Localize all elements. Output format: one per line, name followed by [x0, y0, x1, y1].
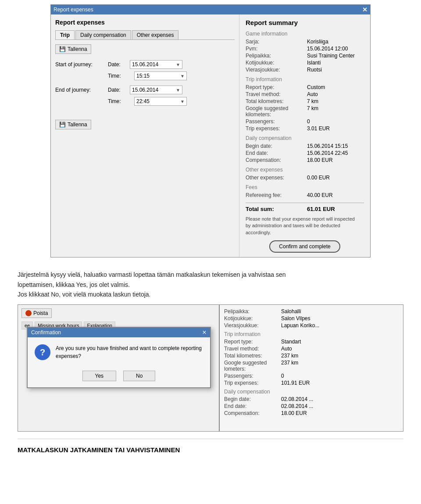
br-report-type-row: Report type: Standart	[224, 339, 399, 345]
br-end-date-val: 02.08.2014 ...	[281, 403, 313, 409]
br-report-type-label: Report type:	[224, 339, 281, 345]
refereeing-fee-row: Refereeing fee: 40.00 EUR	[246, 192, 364, 198]
start-journey-label: Start of journey:	[55, 61, 103, 68]
travel-method-label: Travel method:	[246, 91, 307, 97]
dropdown-arrow-end-date-icon: ▼	[176, 88, 180, 93]
end-date-summary-label: End date:	[246, 150, 307, 156]
dialog-close-button[interactable]: ✕	[202, 329, 207, 336]
br-passengers-val: 0	[281, 373, 284, 379]
daily-comp-title: Daily compensation	[246, 135, 364, 141]
br-google-km-val: 237 km	[281, 360, 298, 372]
pelipaikka-row: Pelipaikka: Susi Training Center	[246, 53, 364, 59]
passengers-row: Passengers: 0	[246, 118, 364, 125]
page-wrapper: Report expenses ✕ Report expenses Trip D…	[0, 0, 421, 461]
end-time-input[interactable]: 22:45 ▼	[134, 97, 187, 106]
end-time-row: Time: 22:45 ▼	[103, 97, 235, 106]
br-total-km-val: 237 km	[281, 353, 298, 359]
start-time-input[interactable]: 15:15 ▼	[134, 71, 187, 80]
vierasjoukkue-row: Vierasjoukkue: Ruotsi	[246, 67, 364, 73]
sarja-label: Sarja:	[246, 39, 307, 45]
total-label: Total sum:	[246, 206, 307, 212]
br-trip-info-title: Trip information	[224, 331, 399, 337]
confirmation-dialog: Confirmation ✕ ? Are you sure you have f…	[27, 327, 211, 388]
br-travel-method-val: Auto	[281, 346, 292, 352]
dialog-no-button[interactable]: No	[123, 371, 155, 381]
dialog-title: Confirmation	[31, 329, 61, 336]
right-panel: Report summary Game information Sarja: K…	[239, 14, 370, 257]
save-button-top[interactable]: 💾 Tallenna	[55, 44, 91, 54]
compensation-label: Compensation:	[246, 157, 307, 163]
br-trip-expenses-label: Trip expenses:	[224, 380, 281, 386]
travel-method-val: Auto	[307, 91, 318, 97]
bottom-right-screenshot: Pelipaikka: Salohalli Kotijoukkue: Salon…	[219, 304, 403, 432]
br-google-km-row: Google suggested lometers: 237 km	[224, 360, 399, 372]
window-close-button[interactable]: ✕	[362, 6, 367, 13]
window-body: Report expenses Trip Daily compensation …	[51, 14, 370, 257]
br-kotijoukkue-row: Kotijoukkue: Salon Vilpes	[224, 315, 399, 322]
text-line3: Jos klikkaat No, voit vielä muokata lask…	[18, 290, 403, 299]
start-date-input[interactable]: 15.06.2014 ▼	[130, 60, 182, 69]
trip-info-title: Trip information	[246, 76, 364, 82]
tab-other-expenses[interactable]: Other expenses	[132, 30, 179, 39]
text-line2: lopettamisen, klikkaa Yes, jos olet valm…	[18, 280, 403, 290]
confirm-btn-wrapper: Confirm and complete	[246, 240, 364, 253]
total-val: 61.01 EUR	[307, 206, 335, 212]
br-total-km-label: Total kilometres:	[224, 353, 281, 359]
confirm-and-complete-button[interactable]: Confirm and complete	[269, 240, 340, 253]
left-panel-title: Report expenses	[55, 19, 235, 26]
total-km-val: 7 km	[307, 98, 318, 104]
save-icon-2: 💾	[59, 122, 66, 128]
br-vierasjoukkue-label: Vierasjoukkue:	[224, 322, 281, 329]
save-button-bottom[interactable]: 💾 Tallenna	[55, 120, 91, 129]
trip-expenses-label: Trip expenses:	[246, 125, 307, 132]
end-journey-section: End of journey: Date: 15.06.2014 ▼ Time:…	[55, 86, 235, 106]
window-title: Report expenses	[54, 7, 93, 13]
end-time-label: Time:	[108, 98, 130, 104]
start-date-row: Start of journey: Date: 15.06.2014 ▼	[55, 60, 235, 69]
tab-daily-compensation[interactable]: Daily compensation	[75, 30, 131, 39]
pelipaikka-label: Pelipaikka:	[246, 53, 307, 59]
left-panel: Report expenses Trip Daily compensation …	[51, 14, 239, 257]
end-journey-label: End of journey:	[55, 87, 103, 93]
br-travel-method-label: Travel method:	[224, 346, 281, 352]
sarja-row: Sarja: Korisliiga	[246, 39, 364, 45]
total-km-label: Total kilometres:	[246, 98, 307, 104]
begin-date-row: Begin date: 15.06.2014 15:15	[246, 143, 364, 149]
compensation-val: 18.00 EUR	[307, 157, 333, 163]
travel-method-row: Travel method: Auto	[246, 91, 364, 97]
poista-button[interactable]: Poista	[21, 308, 52, 318]
br-compensation-row: Compensation: 18.00 EUR	[224, 410, 399, 416]
pvm-label: Pvm:	[246, 46, 307, 52]
dropdown-arrow-time-icon: ▼	[180, 74, 185, 79]
dropdown-arrow-icon: ▼	[176, 62, 180, 67]
tab-bar: Trip Daily compensation Other expenses	[55, 30, 235, 40]
compensation-row: Compensation: 18.00 EUR	[246, 157, 364, 163]
start-time-label: Time:	[108, 73, 130, 79]
text-line1: Järjestelmä kysyy vielä, haluatko varmas…	[18, 270, 403, 279]
bottom-left-screenshot: Poista ee Missing work hours Explanation…	[18, 304, 219, 432]
total-row: Total sum: 61.01 EUR	[246, 203, 364, 212]
br-end-date-label: End date:	[224, 403, 281, 409]
trip-expenses-val: 3.01 EUR	[307, 125, 330, 132]
start-time-row: Time: 15:15 ▼	[103, 71, 235, 80]
other-expenses-section-title: Other expenses	[246, 167, 364, 173]
br-begin-date-row: Begin date: 02.08.2014 ...	[224, 396, 399, 402]
br-kotijoukkue-label: Kotijoukkue:	[224, 315, 281, 322]
passengers-label: Passengers:	[246, 118, 307, 125]
refereeing-fee-val: 40.00 EUR	[307, 192, 333, 198]
br-daily-comp-title: Daily compensation	[224, 389, 399, 395]
end-date-summary-row: End date: 15.06.2014 22:45	[246, 150, 364, 156]
br-total-km-row: Total kilometres: 237 km	[224, 353, 399, 359]
br-kotijoukkue-val: Salon Vilpes	[281, 315, 310, 322]
dialog-titlebar: Confirmation ✕	[28, 328, 210, 337]
begin-date-label: Begin date:	[246, 143, 307, 149]
br-passengers-label: Passengers:	[224, 373, 281, 379]
br-vierasjoukkue-val: Lapuan Koriko...	[281, 322, 319, 329]
text-section: Järjestelmä kysyy vielä, haluatko varmas…	[9, 265, 412, 304]
end-date-input[interactable]: 15.06.2014 ▼	[130, 86, 182, 94]
dialog-body: ? Are you sure you have finished and wan…	[28, 337, 210, 367]
dialog-yes-button[interactable]: Yes	[82, 371, 117, 381]
br-pelipaikka-label: Pelipaikka:	[224, 308, 281, 315]
br-google-km-label: Google suggested lometers:	[224, 360, 281, 372]
tab-trip[interactable]: Trip	[55, 30, 75, 39]
